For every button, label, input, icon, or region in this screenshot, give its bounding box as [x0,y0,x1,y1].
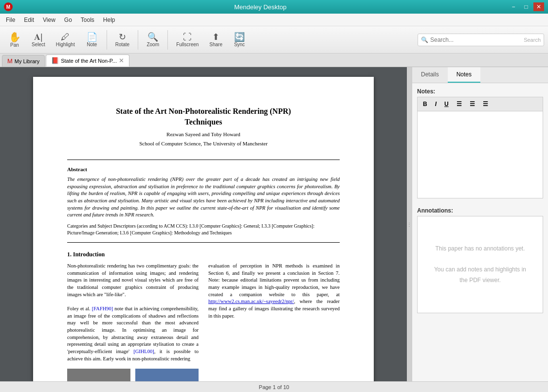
tab-document-label: State of the Art Non-P... [61,58,117,64]
page-info: Page 1 of 10 [259,384,289,390]
highlight-icon: 🖊 [61,33,70,41]
notes-text-area[interactable] [417,111,543,198]
notes-label: Notes: [417,88,543,95]
search-input[interactable] [430,36,524,43]
main-area: State of the Art Non-Photorealistic Rend… [0,67,548,381]
search-icon: 🔍 [421,36,428,43]
tab-notes[interactable]: Notes [448,67,480,83]
align-center-button[interactable]: ☰ [466,99,478,109]
maximize-button[interactable]: □ [521,2,531,11]
pdf-institution: School of Computer Science, The Universi… [67,140,340,147]
menu-file[interactable]: File [2,16,19,24]
sync-icon: 🔄 [234,33,245,41]
zoom-button[interactable]: 🔍 Zoom [142,31,164,49]
menu-go[interactable]: Go [60,16,76,24]
tab-bar: M My Library 📕 State of the Art Non-P...… [0,53,548,67]
fullscreen-label: Fullscreen [176,42,199,47]
annotations-box: This paper has no annotations yet. You c… [417,216,543,313]
menu-tools[interactable]: Tools [77,16,98,24]
minimize-button[interactable]: − [508,2,519,11]
close-button[interactable]: ✕ [533,2,544,11]
bold-button[interactable]: B [420,99,431,109]
notes-section: Notes: B I U ☰ ☰ ☰ [417,88,543,198]
pdf-viewer[interactable]: State of the Art Non-Photorealistic Rend… [0,67,407,381]
separator-1 [107,30,107,50]
fullscreen-icon: ⛶ [183,33,192,41]
tab-details[interactable]: Details [412,67,448,83]
pdf-icon: 📕 [51,57,59,64]
sync-button[interactable]: 🔄 Sync [229,31,250,49]
intro-col-right: evaluation of perception in NPR methods … [208,263,340,363]
menu-view[interactable]: View [39,16,59,24]
menu-edit[interactable]: Edit [20,16,38,24]
underline-button[interactable]: U [441,99,452,109]
right-panel: Details Notes Notes: B I U ☰ ☰ ☰ Annotat… [412,67,548,381]
align-left-button[interactable]: ☰ [453,99,465,109]
fullscreen-button[interactable]: ⛶ Fullscreen [172,31,203,49]
menubar: File Edit View Go Tools Help [0,14,548,26]
pdf-images [67,369,340,382]
pdf-page: State of the Art Non-Photorealistic Rend… [33,77,374,381]
menu-help[interactable]: Help [99,16,119,24]
divider-2 [67,242,340,243]
align-right-button[interactable]: ☰ [479,99,492,109]
italic-button[interactable]: I [432,99,440,109]
window-controls: − □ ✕ [508,2,544,11]
select-button[interactable]: 𝐀| Select [27,31,50,49]
highlight-label: Highlight [56,42,75,47]
intro-col-left: Non-photorealistic rendering has two com… [67,263,199,363]
toolbar: ✋ Pan 𝐀| Select 🖊 Highlight 📄 Note ↻ Rot… [0,26,548,53]
image-1 [67,369,130,382]
sync-label: Sync [234,42,245,47]
notes-toolbar: B I U ☰ ☰ ☰ [417,97,543,111]
rotate-button[interactable]: ↻ Rotate [111,31,134,49]
panel-resize-handle[interactable]: ⋮ [407,67,412,381]
highlight-button[interactable]: 🖊 Highlight [52,31,79,49]
share-button[interactable]: ⬆ Share [205,31,227,49]
select-label: Select [32,42,45,47]
statusbar: Page 1 of 10 [0,381,548,392]
titlebar: M Mendeley Desktop − □ ✕ [0,0,548,14]
panel-tab-bar: Details Notes [412,67,548,83]
tab-document[interactable]: 📕 State of the Art Non-P... ✕ [46,54,129,67]
abstract-heading: Abstract [67,166,340,173]
rotate-icon: ↻ [119,33,126,41]
categories-text: Categories and Subject Descriptors (acco… [67,223,340,236]
pdf-title: State of the Art Non-Photorealistic Rend… [67,106,340,128]
rotate-label: Rotate [115,42,129,47]
intro-columns: Non-photorealistic rendering has two com… [67,263,340,363]
image-2 [135,369,199,382]
abstract-text: The emergence of non-photorealistic rend… [67,176,340,219]
mendeley-logo: M [4,2,13,11]
separator-3 [167,30,168,50]
intro-heading: 1. Introduction [67,250,340,259]
note-button[interactable]: 📄 Note [81,31,103,49]
share-icon: ⬆ [212,33,219,41]
title-text: Mendeley Desktop [13,3,508,11]
annotations-label: Annotations: [417,207,543,214]
search-label: Search [524,37,541,43]
search-container: 🔍 Search [418,34,544,46]
annotations-empty-text: This paper has no annotations yet. You c… [434,244,526,285]
tab-close-button[interactable]: ✕ [119,57,124,64]
tab-library[interactable]: M My Library [2,55,45,67]
divider-1 [67,160,340,160]
pan-icon: ✋ [9,32,21,42]
note-icon: 📄 [87,33,97,41]
zoom-label: Zoom [146,42,159,47]
library-icon: M [7,57,13,65]
app-icon: M [4,2,13,11]
separator-2 [138,30,138,50]
share-label: Share [209,42,222,47]
panel-content: Notes: B I U ☰ ☰ ☰ Annotations: This pap… [412,83,548,381]
url-link[interactable]: http://www2.cs.man.ac.uk/~sayeedr2/npr/ [208,299,294,304]
annotations-section: Annotations: This paper has no annotatio… [417,203,543,313]
tab-library-label: My Library [15,58,39,64]
select-icon: 𝐀| [34,33,43,41]
pan-label: Pan [10,42,19,48]
zoom-icon: 🔍 [147,33,158,41]
pan-button[interactable]: ✋ Pan [4,30,25,50]
pdf-authors: Rezwan Sayeed and Toby Howard [67,131,340,138]
note-label: Note [87,42,97,47]
